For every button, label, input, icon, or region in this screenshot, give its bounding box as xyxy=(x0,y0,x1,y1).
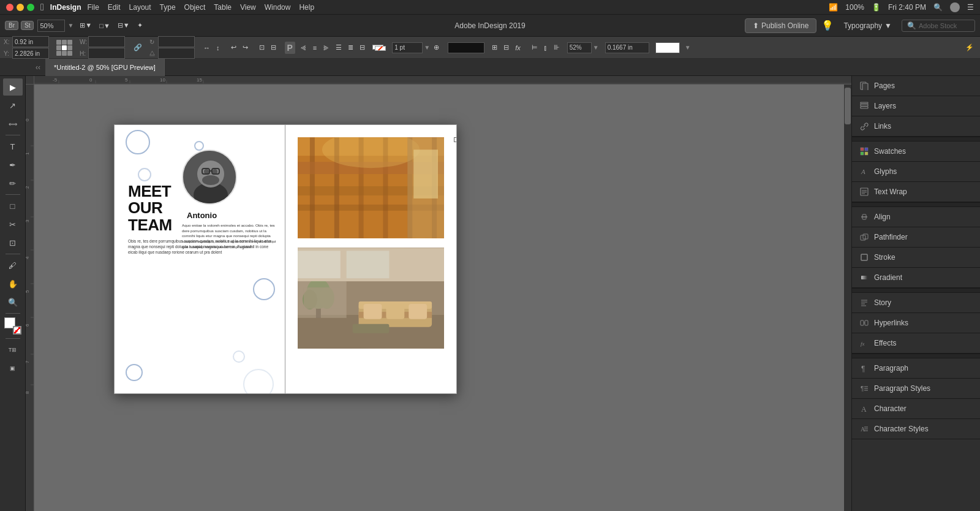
undo-button[interactable]: ↩ xyxy=(228,42,239,53)
align-right-button[interactable]: ⫸ xyxy=(320,42,332,53)
ref-tl[interactable] xyxy=(56,40,61,45)
auto-fit-button[interactable]: ⊟ xyxy=(268,42,279,53)
pencil-tool[interactable]: ✏ xyxy=(3,175,23,192)
reference-point-grid[interactable] xyxy=(56,40,72,56)
ref-bc[interactable] xyxy=(62,51,67,56)
panel-item-links[interactable]: Links xyxy=(852,116,980,137)
fx-button[interactable]: fx xyxy=(513,43,523,53)
menu-window[interactable]: Window xyxy=(265,3,291,12)
opacity-input[interactable] xyxy=(567,42,592,53)
menu-file[interactable]: File xyxy=(88,3,99,12)
text-tool[interactable]: T xyxy=(3,138,23,155)
stock-badge[interactable]: St xyxy=(21,21,34,30)
align-justify-last-button[interactable]: ≣ xyxy=(345,42,356,53)
align-justify-button[interactable]: ☰ xyxy=(333,42,344,53)
flip-h-button[interactable]: ↔ xyxy=(201,43,213,53)
free-transform-tool[interactable]: ⊡ xyxy=(3,234,23,251)
align-center2[interactable]: ⫿ xyxy=(541,42,550,53)
direct-select-tool[interactable]: ↗ xyxy=(3,97,23,114)
handle-top-right[interactable] xyxy=(454,137,457,142)
zoom-dropdown-icon[interactable]: ▼ xyxy=(67,22,74,29)
panel-item-paragraph[interactable]: ¶ Paragraph xyxy=(852,358,980,379)
scissors-tool[interactable]: ✂ xyxy=(3,216,23,233)
layout-mode-button[interactable]: ⊟▼ xyxy=(115,20,132,31)
panel-item-pathfinder[interactable]: Pathfinder xyxy=(852,227,980,248)
w-input[interactable] xyxy=(88,36,125,47)
offset-input[interactable] xyxy=(605,42,649,53)
panel-item-hyperlinks[interactable]: Hyperlinks xyxy=(852,313,980,333)
frame-mode-button[interactable]: □▼ xyxy=(97,20,113,31)
y-input[interactable] xyxy=(12,48,49,59)
shear-input[interactable] xyxy=(158,48,195,59)
close-button[interactable] xyxy=(6,4,13,11)
align-left2[interactable]: ⊨ xyxy=(529,42,540,53)
panel-item-paragraph-styles[interactable]: ¶ Paragraph Styles xyxy=(852,379,980,399)
gap-tool[interactable]: ⟺ xyxy=(3,115,23,132)
bridge-badge[interactable]: Br xyxy=(5,21,18,30)
menu-type[interactable]: Type xyxy=(160,3,176,12)
eyedropper-tool[interactable]: 🖋 xyxy=(3,257,23,274)
stock-search[interactable]: 🔍 Adobe Stock xyxy=(902,20,975,32)
align-justify-all-button[interactable]: ⊟ xyxy=(357,42,368,53)
ref-mc[interactable] xyxy=(62,45,67,50)
swatch-dropdown[interactable]: ▼ xyxy=(685,44,691,51)
minimize-button[interactable] xyxy=(17,4,24,11)
pen-tool[interactable]: ✒ xyxy=(3,156,23,173)
menu-table[interactable]: Table xyxy=(214,3,232,12)
select-tool[interactable]: ▶ xyxy=(3,78,23,96)
ref-mr[interactable] xyxy=(67,45,72,50)
zoom-tool[interactable]: 🔍 xyxy=(3,293,23,311)
stroke-dropdown[interactable]: ▼ xyxy=(424,44,430,51)
h-input[interactable] xyxy=(88,48,125,59)
panel-collapse-button[interactable]: ‹‹ xyxy=(31,63,45,72)
menu-help[interactable]: Help xyxy=(299,3,314,12)
ref-tr[interactable] xyxy=(67,40,72,45)
panel-item-story[interactable]: Story xyxy=(852,293,980,313)
panel-item-layers[interactable]: Layers xyxy=(852,96,980,116)
panel-item-gradient[interactable]: Gradient xyxy=(852,268,980,288)
ref-br[interactable] xyxy=(67,51,72,56)
ref-ml[interactable] xyxy=(56,45,61,50)
align-center-button[interactable]: ≡ xyxy=(311,42,319,53)
panel-item-effects[interactable]: fx Effects xyxy=(852,333,980,354)
ref-tc[interactable] xyxy=(62,40,67,45)
panel-item-align[interactable]: Align xyxy=(852,207,980,227)
rotation-input[interactable] xyxy=(158,36,195,47)
lightbulb-button[interactable]: 💡 xyxy=(821,20,834,31)
menu-view[interactable]: View xyxy=(240,3,256,12)
menu-layout[interactable]: Layout xyxy=(129,3,151,12)
quick-apply-button[interactable]: ✦ xyxy=(135,20,145,31)
black-swatch[interactable] xyxy=(448,42,484,53)
panel-item-character-styles[interactable]: A Character Styles xyxy=(852,419,980,439)
menu-object[interactable]: Object xyxy=(184,3,206,12)
lock-proportions-button[interactable]: 🔗 xyxy=(131,42,145,53)
align-left-button[interactable]: ⫷ xyxy=(298,42,309,53)
zoom-input[interactable] xyxy=(37,20,65,32)
search-icon[interactable]: 🔍 xyxy=(933,3,943,12)
scrollbar-thumb[interactable] xyxy=(845,88,851,124)
frame-fit-button[interactable]: ⊡ xyxy=(257,42,267,53)
stroke-color-box[interactable] xyxy=(13,326,21,335)
document-tab[interactable]: *Untitled-2 @ 50% [GPU Preview] xyxy=(45,59,165,76)
rectangle-tool[interactable]: □ xyxy=(3,197,23,214)
stroke-input[interactable] xyxy=(392,42,423,53)
publish-online-button[interactable]: ⬆ Publish Online xyxy=(745,18,816,33)
lightning-button[interactable]: ⚡ xyxy=(963,42,976,53)
align-right2[interactable]: ⊪ xyxy=(551,42,562,53)
ref-bl[interactable] xyxy=(56,51,61,56)
frame-options-2[interactable]: ⊟ xyxy=(501,42,511,53)
x-input[interactable] xyxy=(12,36,49,47)
panel-item-character[interactable]: A Character xyxy=(852,399,980,419)
panel-item-textwrap[interactable]: Text Wrap xyxy=(852,182,980,202)
frame-text-tool[interactable]: T⊞ xyxy=(3,341,23,358)
white-swatch[interactable] xyxy=(655,42,680,53)
flip-v-button[interactable]: ↕ xyxy=(214,43,222,53)
view-mode-button[interactable]: ⊞▼ xyxy=(77,20,94,31)
typography-button[interactable]: Typography ▼ xyxy=(839,19,897,32)
panel-item-glyphs[interactable]: A Glyphs xyxy=(852,162,980,182)
menu-icon[interactable]: ☰ xyxy=(967,3,974,12)
opacity-dropdown[interactable]: ▼ xyxy=(593,44,599,51)
maximize-button[interactable] xyxy=(27,4,34,11)
hand-tool[interactable]: ✋ xyxy=(3,275,23,292)
panel-item-stroke[interactable]: Stroke xyxy=(852,248,980,268)
